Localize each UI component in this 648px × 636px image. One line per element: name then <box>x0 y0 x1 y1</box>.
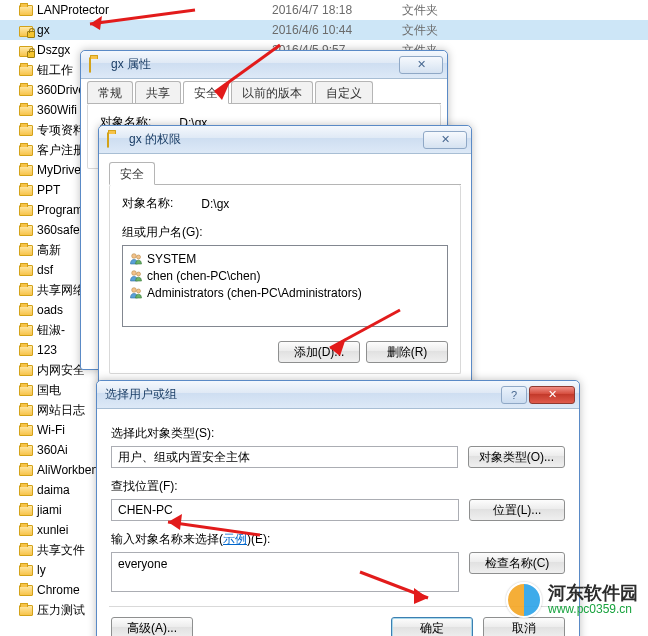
svg-point-4 <box>132 287 137 292</box>
file-date: 2016/4/7 18:18 <box>272 3 402 17</box>
file-row[interactable]: gx2016/4/6 10:44文件夹 <box>0 20 648 40</box>
titlebar[interactable]: gx 属性 ✕ <box>81 51 447 79</box>
folder-icon <box>19 125 37 136</box>
enter-names-label: 输入对象名称来选择(示例)(E): <box>111 531 565 548</box>
folder-icon <box>19 345 37 356</box>
svg-point-3 <box>137 272 141 276</box>
advanced-button[interactable]: 高级(A)... <box>111 617 193 636</box>
users-icon <box>129 252 143 266</box>
folder-icon <box>19 185 37 196</box>
folder-icon <box>19 385 37 396</box>
close-button[interactable]: ✕ <box>529 386 575 404</box>
object-type-field: 用户、组或内置安全主体 <box>111 446 458 468</box>
object-name-label: 对象名称: <box>122 195 173 212</box>
folder-icon <box>19 565 37 576</box>
folder-icon <box>19 505 37 516</box>
remove-button[interactable]: 删除(R) <box>366 341 448 363</box>
tab-4[interactable]: 自定义 <box>315 81 373 103</box>
folder-icon <box>19 165 37 176</box>
titlebar[interactable]: gx 的权限 ✕ <box>99 126 471 154</box>
folder-icon <box>19 285 37 296</box>
tab-security[interactable]: 安全 <box>109 162 155 185</box>
folder-icon <box>19 225 37 236</box>
folder-icon <box>89 58 105 71</box>
titlebar[interactable]: 选择用户或组 ? ✕ <box>97 381 579 409</box>
svg-point-5 <box>137 289 141 293</box>
object-type-label: 选择此对象类型(S): <box>111 425 565 442</box>
folder-icon <box>19 325 37 336</box>
locked-folder-icon <box>19 43 37 57</box>
user-name: SYSTEM <box>147 252 196 266</box>
folder-icon <box>19 585 37 596</box>
object-names-input[interactable]: everyone <box>111 552 459 592</box>
tabs: 常规共享安全以前的版本自定义 <box>87 81 441 104</box>
folder-icon <box>19 545 37 556</box>
file-name: LANProtector <box>37 3 272 17</box>
users-icon <box>129 286 143 300</box>
folder-icon <box>19 205 37 216</box>
tab-3[interactable]: 以前的版本 <box>231 81 313 103</box>
file-type: 文件夹 <box>402 22 482 39</box>
user-list-item[interactable]: Administrators (chen-PC\Administrators) <box>129 284 441 301</box>
users-icon <box>129 269 143 283</box>
svg-point-1 <box>137 255 141 259</box>
dialog-title: 选择用户或组 <box>105 386 499 403</box>
users-listbox[interactable]: SYSTEMchen (chen-PC\chen)Administrators … <box>122 245 448 327</box>
folder-icon <box>19 145 37 156</box>
user-list-item[interactable]: chen (chen-PC\chen) <box>129 267 441 284</box>
folder-icon <box>19 85 37 96</box>
folder-icon <box>19 365 37 376</box>
check-names-button[interactable]: 检查名称(C) <box>469 552 565 574</box>
ok-button[interactable]: 确定 <box>391 617 473 636</box>
tab-2[interactable]: 安全 <box>183 81 229 104</box>
folder-icon <box>19 305 37 316</box>
svg-point-2 <box>132 270 137 275</box>
user-name: chen (chen-PC\chen) <box>147 269 260 283</box>
folder-icon <box>19 265 37 276</box>
folder-icon <box>19 605 37 616</box>
close-button[interactable]: ✕ <box>423 131 467 149</box>
add-button[interactable]: 添加(D)... <box>278 341 360 363</box>
folder-icon <box>19 105 37 116</box>
folder-icon <box>19 525 37 536</box>
file-type: 文件夹 <box>402 2 482 19</box>
object-types-button[interactable]: 对象类型(O)... <box>468 446 565 468</box>
svg-point-0 <box>132 253 137 258</box>
location-label: 查找位置(F): <box>111 478 565 495</box>
file-row[interactable]: LANProtector2016/4/7 18:18文件夹 <box>0 0 648 20</box>
dialog-title: gx 的权限 <box>129 131 421 148</box>
locked-folder-icon <box>19 23 37 37</box>
select-user-dialog: 选择用户或组 ? ✕ 选择此对象类型(S): 用户、组或内置安全主体 对象类型(… <box>96 380 580 636</box>
tab-1[interactable]: 共享 <box>135 81 181 103</box>
locations-button[interactable]: 位置(L)... <box>469 499 565 521</box>
help-button[interactable]: ? <box>501 386 527 404</box>
permissions-dialog: gx 的权限 ✕ 安全 对象名称: D:\gx 组或用户名(G): SYSTEM… <box>98 125 472 385</box>
folder-icon <box>107 133 123 146</box>
cancel-button[interactable]: 取消 <box>483 617 565 636</box>
folder-icon <box>19 465 37 476</box>
folder-icon <box>19 5 37 16</box>
example-link[interactable]: 示例 <box>223 532 247 546</box>
tab-0[interactable]: 常规 <box>87 81 133 103</box>
folder-icon <box>19 425 37 436</box>
location-field: CHEN-PC <box>111 499 459 521</box>
folder-icon <box>19 65 37 76</box>
close-button[interactable]: ✕ <box>399 56 443 74</box>
file-name: gx <box>37 23 272 37</box>
user-list-item[interactable]: SYSTEM <box>129 250 441 267</box>
object-name-value: D:\gx <box>201 197 229 211</box>
group-users-label: 组或用户名(G): <box>122 224 448 241</box>
folder-icon <box>19 445 37 456</box>
folder-icon <box>19 485 37 496</box>
folder-icon <box>19 405 37 416</box>
file-date: 2016/4/6 10:44 <box>272 23 402 37</box>
dialog-title: gx 属性 <box>111 56 397 73</box>
folder-icon <box>19 245 37 256</box>
user-name: Administrators (chen-PC\Administrators) <box>147 286 362 300</box>
